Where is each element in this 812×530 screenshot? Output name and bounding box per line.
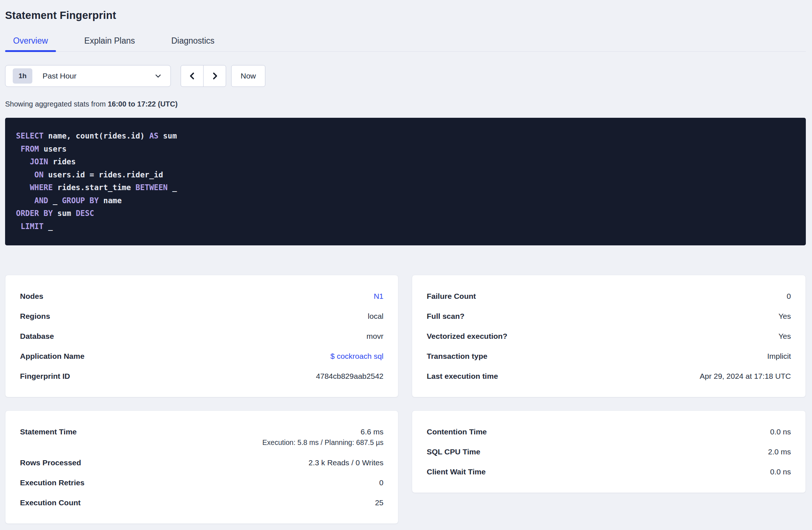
- tab-explain-plans[interactable]: Explain Plans: [76, 36, 143, 51]
- row-value: 0.0 ns: [770, 427, 791, 437]
- row-label: SQL CPU Time: [427, 447, 480, 457]
- row-label: Client Wait Time: [427, 467, 486, 477]
- row-label: Contention Time: [427, 427, 487, 437]
- row-label: Vectorized execution?: [427, 331, 507, 341]
- row-value: 25: [375, 498, 383, 507]
- sql-code-line: AND _ GROUP BY name: [16, 194, 795, 208]
- card-row: Statement Time6.6 msExecution: 5.8 ms / …: [20, 427, 383, 447]
- row-label: Execution Retries: [20, 478, 84, 487]
- sql-statement-block: SELECT name, count(rides.id) AS sum FROM…: [5, 118, 806, 245]
- row-value: Yes: [779, 331, 791, 341]
- tab-diagnostics[interactable]: Diagnostics: [163, 36, 222, 51]
- now-button[interactable]: Now: [231, 65, 265, 87]
- time-range-label: Past Hour: [43, 72, 154, 80]
- time-toolbar: 1h Past Hour Now: [5, 65, 806, 87]
- sql-code-line: FROM users: [16, 143, 795, 156]
- row-value: 6.6 ms: [262, 427, 383, 437]
- page-title: Statement Fingerprint: [5, 9, 806, 21]
- statement-timings-card: Statement Time6.6 msExecution: 5.8 ms / …: [5, 410, 398, 524]
- row-value: 2.3 k Reads / 0 Writes: [309, 458, 383, 467]
- chevron-right-icon: [210, 72, 219, 80]
- card-row: Execution Retries0: [20, 478, 383, 487]
- row-value: Apr 29, 2024 at 17:18 UTC: [700, 371, 791, 381]
- row-label: Full scan?: [427, 311, 465, 321]
- execution-attributes-card: Failure Count0Full scan?YesVectorized ex…: [412, 275, 806, 397]
- card-row: SQL CPU Time2.0 ms: [427, 447, 791, 457]
- row-label: Database: [20, 331, 54, 341]
- time-pager: [181, 65, 226, 87]
- row-value: 0: [787, 291, 791, 301]
- sql-code-line: JOIN rides: [16, 156, 795, 169]
- row-value-link[interactable]: $ cockroach sql: [330, 351, 383, 361]
- aggregated-stats-caption: Showing aggregated stats from 16:00 to 1…: [5, 100, 806, 108]
- card-row: Application Name$ cockroach sql: [20, 351, 383, 361]
- statement-details-card: NodesN1RegionslocalDatabasemovrApplicati…: [5, 275, 398, 397]
- row-value: Yes: [779, 311, 791, 321]
- row-label: Fingerprint ID: [20, 371, 70, 381]
- card-row: Last execution timeApr 29, 2024 at 17:18…: [427, 371, 791, 381]
- time-range-dropdown[interactable]: 1h Past Hour: [5, 65, 171, 87]
- row-label: Execution Count: [20, 498, 81, 507]
- caption-interval: 16:00 to 17:22 (UTC): [108, 100, 177, 108]
- card-row: Client Wait Time0.0 ns: [427, 467, 791, 477]
- row-value-link[interactable]: N1: [374, 291, 383, 301]
- card-row: Execution Count25: [20, 498, 383, 507]
- previous-interval-button[interactable]: [181, 65, 204, 87]
- card-row: Contention Time0.0 ns: [427, 427, 791, 437]
- caption-prefix: Showing aggregated stats from: [5, 100, 108, 108]
- row-label: Failure Count: [427, 291, 476, 301]
- sql-code-line: SELECT name, count(rides.id) AS sum: [16, 130, 795, 143]
- row-value: 0.0 ns: [770, 467, 791, 477]
- chevron-down-icon: [154, 72, 162, 80]
- card-row: Databasemovr: [20, 331, 383, 341]
- row-value: Implicit: [767, 351, 791, 361]
- chevron-left-icon: [188, 72, 197, 80]
- tab-bar: Overview Explain Plans Diagnostics: [5, 36, 806, 52]
- wait-times-card: Contention Time0.0 nsSQL CPU Time2.0 msC…: [412, 410, 806, 493]
- sql-code-line: WHERE rides.start_time BETWEEN _: [16, 181, 795, 194]
- card-row: Regionslocal: [20, 311, 383, 321]
- row-label: Rows Processed: [20, 458, 81, 467]
- tab-overview[interactable]: Overview: [5, 36, 56, 51]
- next-interval-button[interactable]: [203, 65, 226, 87]
- card-row: Fingerprint ID4784cb829aab2542: [20, 371, 383, 381]
- card-row: Failure Count0: [427, 291, 791, 301]
- card-row: Rows Processed2.3 k Reads / 0 Writes: [20, 458, 383, 467]
- card-row: Transaction typeImplicit: [427, 351, 791, 361]
- row-value: 4784cb829aab2542: [316, 371, 383, 381]
- row-value: 2.0 ms: [768, 447, 791, 457]
- time-range-badge: 1h: [13, 68, 32, 84]
- row-label: Nodes: [20, 291, 43, 301]
- row-value: local: [368, 311, 383, 321]
- card-row: NodesN1: [20, 291, 383, 301]
- sql-code-line: ORDER BY sum DESC: [16, 207, 795, 220]
- row-label: Transaction type: [427, 351, 487, 361]
- card-row: Vectorized execution?Yes: [427, 331, 791, 341]
- row-value: 0: [379, 478, 383, 487]
- row-subvalue: Execution: 5.8 ms / Planning: 687.5 µs: [262, 438, 383, 447]
- statement-fingerprint-page: Statement Fingerprint Overview Explain P…: [5, 0, 806, 524]
- summary-cards: NodesN1RegionslocalDatabasemovrApplicati…: [5, 275, 806, 524]
- row-label: Last execution time: [427, 371, 498, 381]
- card-row: Full scan?Yes: [427, 311, 791, 321]
- row-label: Application Name: [20, 351, 84, 361]
- row-label: Statement Time: [20, 427, 77, 437]
- sql-code-line: ON users.id = rides.rider_id: [16, 169, 795, 182]
- row-value: movr: [366, 331, 383, 341]
- row-label: Regions: [20, 311, 50, 321]
- sql-code-line: LIMIT _: [16, 220, 795, 233]
